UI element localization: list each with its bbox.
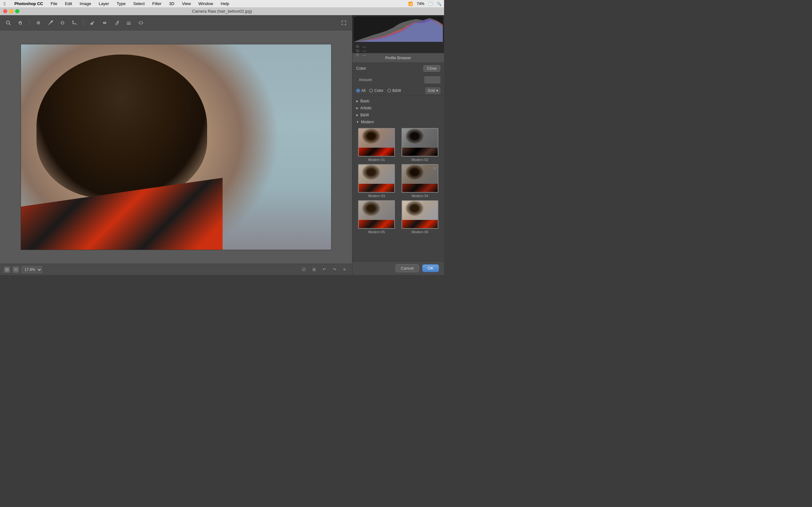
modern05-hair [362, 201, 380, 216]
filter-menu[interactable]: Filter [151, 1, 163, 6]
before-after-button[interactable]: ⊞ [310, 266, 318, 274]
profile-modern01-thumb[interactable] [358, 128, 395, 157]
fit-to-screen-button[interactable]: ⊡ [4, 267, 10, 273]
file-menu[interactable]: File [49, 1, 59, 6]
chevron-down-icon: ▾ [436, 89, 438, 93]
modern03-portrait [359, 165, 394, 192]
section-modern-arrow: ▼ [356, 120, 359, 124]
rotate-left-button[interactable]: ↶ [320, 266, 328, 274]
crop-tool[interactable] [70, 18, 79, 27]
toolbar-separator-1 [29, 20, 30, 26]
section-artistic[interactable]: ▶ Artistic [352, 105, 444, 112]
all-radio[interactable] [356, 89, 360, 93]
profile-modern01-label: Modern 01 [368, 158, 385, 162]
profile-modern02-thumb[interactable] [402, 128, 438, 157]
color-close-row: Color Close [352, 63, 444, 74]
zoom-selector[interactable]: 17.8% 25% 50% 100% [21, 266, 42, 273]
profile-modern06[interactable]: Modern 06 [400, 200, 441, 234]
view-menu[interactable]: View [181, 1, 192, 6]
section-basic-label: Basic [360, 99, 369, 103]
view-select[interactable]: Grid ▾ [425, 88, 440, 94]
color-sampler-tool[interactable] [46, 18, 55, 27]
search-icon[interactable]: 🔍 [437, 2, 442, 6]
filter-color-option[interactable]: Color [369, 89, 384, 93]
section-modern[interactable]: ▼ Modern [352, 118, 444, 125]
image-menu[interactable]: Image [78, 1, 92, 6]
modern01-hair [362, 129, 380, 144]
close-button[interactable]: Close [423, 65, 440, 72]
graduated-filter-tool[interactable] [124, 18, 133, 27]
red-eye-tool[interactable] [100, 18, 109, 27]
profile-modern04[interactable]: ☆ Modern 04 [400, 164, 441, 198]
window-menu[interactable]: Window [197, 1, 214, 6]
canvas-area: ⊡ + 17.8% 25% 50% 100% ☑ ⊞ ↶ ↷ ≡ [0, 15, 352, 275]
profile-modern04-thumb[interactable]: ☆ [402, 164, 438, 193]
cancel-button[interactable]: Cancel [396, 264, 419, 272]
star-icon-modern04[interactable]: ☆ [433, 166, 437, 170]
3d-menu[interactable]: 3D [168, 1, 176, 6]
svg-point-3 [38, 22, 39, 23]
profile-modern01[interactable]: Modern 01 [356, 128, 397, 162]
amount-label: Amount [356, 78, 422, 82]
menu-bar:  Photoshop CC File Edit Image Layer Typ… [0, 0, 444, 8]
photo-canvas [20, 44, 332, 250]
radial-filter-tool[interactable] [136, 18, 145, 27]
zoom-to-100-button[interactable]: + [13, 267, 19, 273]
amount-input[interactable] [424, 76, 440, 83]
preview-toggle[interactable]: ☑ [300, 266, 308, 274]
wifi-icon: 📶 [408, 2, 413, 6]
white-balance-tool[interactable] [34, 18, 43, 27]
profile-modern05[interactable]: Modern 05 [356, 200, 397, 234]
modern04-hair [406, 165, 423, 180]
adjustment-brush-tool[interactable] [112, 18, 121, 27]
profile-modern06-label: Modern 06 [411, 230, 428, 234]
histogram-area: R: --- G: --- B: --- [352, 15, 444, 53]
profile-modern06-thumb[interactable] [402, 200, 438, 229]
main-layout: ⊡ + 17.8% 25% 50% 100% ☑ ⊞ ↶ ↷ ≡ [0, 15, 444, 275]
svg-rect-9 [127, 22, 131, 23]
histogram-canvas [354, 16, 443, 43]
rotate-right-button[interactable]: ↷ [331, 266, 338, 274]
section-bw-arrow: ▶ [356, 113, 358, 117]
targeted-adjustment-tool[interactable] [58, 18, 67, 27]
svg-point-5 [61, 21, 64, 24]
maximize-window-button[interactable] [15, 9, 19, 13]
color-radio[interactable] [369, 89, 373, 93]
spot-removal-tool[interactable] [88, 18, 97, 27]
battery-indicator: 74% [417, 2, 424, 6]
profiles-scroll[interactable]: ▶ Basic ▶ Artistic ▶ B&W ▼ Modern [352, 96, 444, 261]
section-basic[interactable]: ▶ Basic [352, 98, 444, 105]
modern05-shirt [359, 220, 394, 228]
select-menu[interactable]: Select [132, 1, 146, 6]
modern06-shirt [402, 220, 438, 228]
bw-radio[interactable] [387, 89, 391, 93]
section-bw[interactable]: ▶ B&W [352, 112, 444, 118]
zoom-tool[interactable] [4, 18, 13, 27]
type-menu[interactable]: Type [115, 1, 127, 6]
modern04-portrait [402, 165, 438, 192]
profile-modern03-thumb[interactable] [358, 164, 395, 193]
minimize-window-button[interactable] [9, 9, 13, 13]
modern04-shirt [402, 184, 438, 192]
filter-all-option[interactable]: All [356, 89, 365, 93]
profile-modern03[interactable]: Modern 03 [356, 164, 397, 198]
hand-tool[interactable] [16, 18, 25, 27]
modern03-hair [362, 165, 380, 180]
ok-button[interactable]: OK [422, 264, 439, 272]
layer-menu[interactable]: Layer [97, 1, 110, 6]
help-menu[interactable]: Help [219, 1, 231, 6]
filter-bw-option[interactable]: B&W [387, 89, 401, 93]
section-bw-label: B&W [360, 113, 369, 117]
profile-modern02[interactable]: Modern 02 [400, 128, 441, 162]
app-menu[interactable]: Photoshop CC [13, 1, 44, 6]
profile-modern05-thumb[interactable] [358, 200, 395, 229]
modern05-portrait [359, 201, 394, 228]
settings-button[interactable]: ≡ [341, 266, 348, 274]
apple-menu[interactable]:  [3, 1, 7, 6]
edit-menu[interactable]: Edit [64, 1, 73, 6]
profile-modern05-label: Modern 05 [368, 230, 385, 234]
clock-icon: 🕐 [428, 2, 433, 6]
fullscreen-toggle[interactable] [339, 18, 348, 27]
traffic-lights [3, 9, 19, 13]
close-window-button[interactable] [3, 9, 7, 13]
